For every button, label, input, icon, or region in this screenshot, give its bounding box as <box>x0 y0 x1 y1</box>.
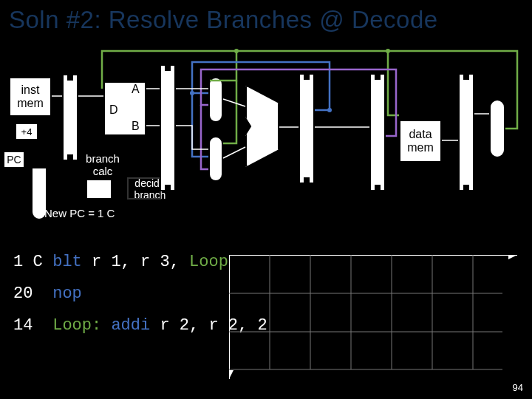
page-number: 94 <box>513 382 523 393</box>
wires-svg <box>0 40 532 247</box>
svg-point-2 <box>190 91 194 95</box>
inst-mnemonic: blt <box>52 253 92 271</box>
inst-mnemonic: nop <box>52 284 82 303</box>
pipeline-diagram: inst mem +4 PC D A B branch calc decide … <box>0 40 532 247</box>
inst-addr: 14 <box>13 315 43 338</box>
inst-addr: 20 <box>13 283 43 306</box>
slide-title: Soln #2: Resolve Branches @ Decode <box>0 0 532 40</box>
svg-point-3 <box>327 108 332 112</box>
inst-mnemonic: addi <box>111 316 160 335</box>
pipeline-grid <box>229 255 517 381</box>
inst-label-prefix: Loop: <box>52 316 111 335</box>
inst-target: Loop <box>189 253 228 271</box>
inst-addr: 1 C <box>13 251 43 274</box>
svg-point-1 <box>386 49 390 53</box>
